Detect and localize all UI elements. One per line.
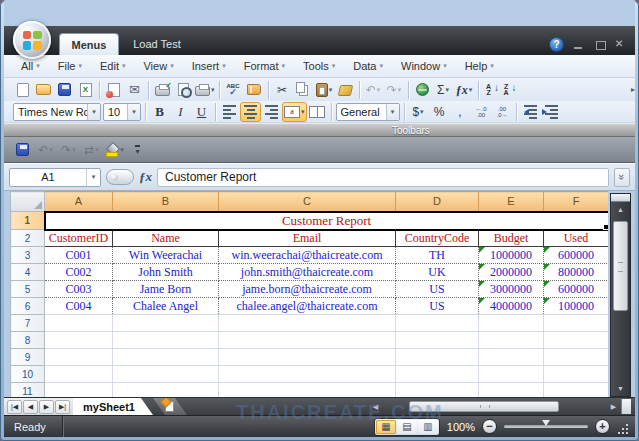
cell-D5[interactable]: US [396, 281, 479, 298]
print-setup-button[interactable]: ▾ [194, 80, 216, 100]
cell-F5[interactable]: 600000 [544, 281, 609, 298]
cell-A1[interactable]: Customer Report [45, 212, 609, 230]
qat-save-button[interactable] [12, 140, 33, 160]
row-header-11[interactable]: 11 [11, 383, 45, 398]
row-header-1[interactable]: 1 [11, 212, 45, 230]
cell-C11[interactable] [219, 383, 396, 398]
qat-more-buttons-button[interactable]: ▾ [127, 140, 148, 160]
scroll-up-icon[interactable]: ▲ [611, 202, 630, 217]
menu-help[interactable]: Help▾ [458, 58, 501, 74]
redo-button[interactable]: ↷▾ [384, 80, 405, 100]
zoom-in-button[interactable]: + [595, 419, 610, 434]
email-button[interactable]: ✉ [124, 80, 145, 100]
cell-C7[interactable] [219, 315, 396, 332]
undo-button[interactable]: ↶▾ [363, 80, 384, 100]
cell-E11[interactable] [479, 383, 544, 398]
increase-decimal-button[interactable]: ←.0 .00 [471, 102, 492, 122]
column-header-A[interactable]: A [45, 192, 113, 212]
cell-B11[interactable] [113, 383, 219, 398]
save-button[interactable] [54, 80, 75, 100]
row-header-10[interactable]: 10 [11, 366, 45, 383]
menu-all[interactable]: All▾ [14, 58, 47, 74]
qat-redo-button[interactable]: ↷▾ [58, 140, 79, 160]
next-sheet-button[interactable]: ▶ [39, 400, 54, 414]
cell-C3[interactable]: win.weerachai@thaicreate.com [219, 247, 396, 264]
row-header-8[interactable]: 8 [11, 332, 45, 349]
cell-D8[interactable] [396, 332, 479, 349]
zoom-slider[interactable] [504, 425, 588, 428]
workbook-close-icon[interactable] [615, 39, 627, 51]
cell-B6[interactable]: Chalee Angel [113, 298, 219, 315]
sort-ascending-button[interactable]: A Z [482, 80, 503, 100]
workbook-minimize-icon[interactable] [573, 39, 585, 51]
horizontal-scroll-track[interactable] [383, 399, 606, 414]
insert-worksheet-tab[interactable] [153, 398, 187, 415]
row-header-6[interactable]: 6 [11, 298, 45, 315]
qat-fill-color-button[interactable]: ▾ [104, 140, 125, 160]
cut-button[interactable]: ✂ [272, 80, 293, 100]
menu-file[interactable]: File▾ [51, 58, 89, 74]
column-header-B[interactable]: B [113, 192, 219, 212]
spelling-button[interactable]: ABC [223, 80, 244, 100]
cell-E6[interactable]: 4000000 [479, 298, 544, 315]
cell-E9[interactable] [479, 349, 544, 366]
column-header-C[interactable]: C [219, 192, 396, 212]
cell-A3[interactable]: C001 [45, 247, 113, 264]
autosum-button[interactable]: Σ▾ [433, 80, 454, 100]
align-center-button[interactable] [240, 102, 261, 122]
row-header-2[interactable]: 2 [11, 230, 45, 247]
cell-D11[interactable] [396, 383, 479, 398]
cell-B9[interactable] [113, 349, 219, 366]
expand-formula-bar-icon[interactable] [614, 168, 630, 187]
menu-edit[interactable]: Edit▾ [93, 58, 132, 74]
number-format-combo[interactable]: General▾ [336, 103, 400, 121]
cell-B8[interactable] [113, 332, 219, 349]
dropdown-arrow-icon[interactable]: ▾ [127, 104, 140, 120]
align-left-button[interactable] [219, 102, 240, 122]
underline-button[interactable]: U [191, 102, 212, 122]
cell-D4[interactable]: UK [396, 264, 479, 281]
menu-tools[interactable]: Tools▾ [296, 58, 342, 74]
cell-A10[interactable] [45, 366, 113, 383]
merge-cells-button[interactable] [307, 102, 328, 122]
cell-F4[interactable]: 800000 [544, 264, 609, 281]
increase-indent-button[interactable] [541, 102, 562, 122]
cell-C5[interactable]: jame.born@thaicreate.com [219, 281, 396, 298]
save-as-excel-button[interactable] [75, 80, 96, 100]
currency-button[interactable]: $▾ [408, 102, 429, 122]
align-right-button[interactable] [261, 102, 282, 122]
column-header-E[interactable]: E [479, 192, 544, 212]
office-button[interactable] [13, 21, 51, 59]
cell-E7[interactable] [479, 315, 544, 332]
ribbon-tab-menus[interactable]: Menus [59, 33, 119, 55]
cell-F6[interactable]: 100000 [544, 298, 609, 315]
normal-view-button[interactable]: ▦ [376, 420, 396, 434]
merge-center-button[interactable]: a▾ [282, 102, 307, 122]
cell-D2[interactable]: CountryCode [396, 230, 479, 247]
open-button[interactable] [33, 80, 54, 100]
cell-F8[interactable] [544, 332, 609, 349]
cell-C9[interactable] [219, 349, 396, 366]
cell-F11[interactable] [544, 383, 609, 398]
cell-A2[interactable]: CustomerID [45, 230, 113, 247]
qat-switch-windows-button[interactable]: ⇄▾ [81, 140, 102, 160]
horizontal-scrollbar[interactable]: ◀ ▶ [368, 399, 631, 414]
formula-input[interactable]: Customer Report [157, 168, 609, 187]
row-header-7[interactable]: 7 [11, 315, 45, 332]
toolbar-overflow-icon[interactable]: ▸ [631, 85, 635, 94]
zoom-slider-marker[interactable] [542, 420, 550, 430]
sheet-tab-mysheet1[interactable]: mySheet1 [73, 398, 153, 415]
column-header-D[interactable]: D [396, 192, 479, 212]
dropdown-arrow-icon[interactable]: ▾ [386, 104, 399, 120]
cell-B10[interactable] [113, 366, 219, 383]
cell-D10[interactable] [396, 366, 479, 383]
cell-B3[interactable]: Win Weerachai [113, 247, 219, 264]
bold-button[interactable]: B [149, 102, 170, 122]
format-painter-button[interactable] [335, 80, 356, 100]
vertical-scroll-thumb[interactable] [613, 221, 628, 311]
insert-function-button[interactable]: ƒx▾ [454, 80, 475, 100]
previous-sheet-button[interactable]: ◀ [23, 400, 38, 414]
export-pdf-button[interactable] [103, 80, 124, 100]
cell-D7[interactable] [396, 315, 479, 332]
row-header-3[interactable]: 3 [11, 247, 45, 264]
